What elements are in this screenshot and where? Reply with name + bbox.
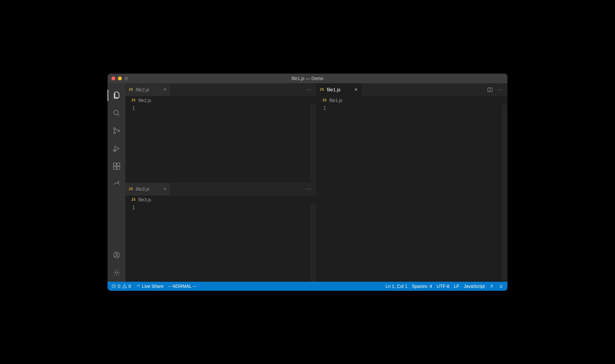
minimap[interactable] (310, 204, 316, 282)
editor-left-column: JS file2.js × ··· JS file2.js (125, 83, 317, 282)
code-content[interactable] (141, 105, 316, 182)
settings-gear-icon[interactable] (108, 264, 125, 282)
svg-point-2 (113, 128, 115, 129)
cursor-position-label: Ln 1, Col 1 (386, 284, 408, 289)
line-number: 1 (125, 106, 135, 111)
eol-label: LF (454, 284, 459, 289)
status-live-share[interactable]: Live Share (136, 284, 164, 289)
tab-actions: ··· (302, 183, 316, 196)
activity-bar (108, 83, 125, 282)
explorer-icon[interactable] (108, 86, 125, 104)
editor-area[interactable]: 1 (317, 105, 508, 282)
svg-rect-8 (113, 167, 116, 169)
tab-filename: file2.js (136, 87, 150, 92)
status-cursor-position[interactable]: Ln 1, Col 1 (386, 284, 408, 289)
line-number-gutter: 1 (125, 105, 141, 182)
line-number: 1 (317, 106, 326, 111)
vscode-window: file1.js — Demo (108, 74, 507, 291)
error-count: 0 (118, 284, 120, 289)
editor-pane-bottom-left: JS file3.js × ··· JS file3.js (125, 182, 316, 282)
split-editor-icon[interactable] (487, 87, 493, 93)
breadcrumb[interactable]: JS file3.js (125, 196, 316, 204)
editor-pane-right: JS file1.js × ··· JS (317, 83, 508, 282)
close-window-button[interactable] (111, 76, 115, 80)
svg-rect-10 (117, 163, 120, 166)
accounts-icon[interactable] (108, 246, 125, 264)
minimize-window-button[interactable] (118, 76, 122, 80)
tab-filename: file3.js (136, 186, 150, 192)
svg-rect-7 (113, 163, 116, 166)
breadcrumb-filename: file2.js (138, 98, 151, 103)
search-icon[interactable] (108, 104, 125, 122)
status-vim-mode[interactable]: -- NORMAL -- (168, 284, 196, 289)
editor-right-column: JS file1.js × ··· JS (317, 83, 508, 282)
tab-filename: file1.js (327, 87, 341, 92)
svg-line-1 (118, 114, 119, 116)
status-eol[interactable]: LF (454, 284, 459, 289)
tab-actions: ··· (302, 83, 316, 96)
status-notifications-icon[interactable] (499, 284, 504, 288)
minimap[interactable] (310, 105, 316, 182)
breadcrumb[interactable]: JS file2.js (125, 96, 316, 105)
status-encoding[interactable]: UTF-8 (437, 284, 450, 289)
breadcrumb-filename: file1.js (329, 98, 342, 103)
js-file-icon: JS (131, 197, 136, 202)
svg-point-3 (113, 132, 115, 134)
editor-area[interactable]: 1 (125, 204, 316, 282)
tab-file1[interactable]: JS file1.js × (317, 83, 362, 96)
svg-point-12 (116, 253, 118, 255)
editor-pane-top-left: JS file2.js × ··· JS file2.js (125, 83, 316, 182)
code-content[interactable] (141, 204, 316, 282)
js-file-icon: JS (129, 187, 133, 191)
svg-point-21 (491, 285, 493, 286)
window-title: file1.js — Demo (108, 76, 507, 81)
status-errors[interactable]: 0 0 (111, 284, 131, 289)
js-file-icon: JS (320, 87, 324, 92)
live-share-activity-icon[interactable] (108, 175, 125, 193)
close-tab-icon[interactable]: × (354, 87, 358, 93)
indentation-label: Spaces: 4 (412, 284, 432, 289)
line-number: 1 (125, 205, 135, 211)
more-actions-icon[interactable]: ··· (306, 87, 312, 93)
js-file-icon: JS (131, 98, 136, 102)
tab-bar: JS file2.js × ··· (125, 83, 316, 96)
run-debug-icon[interactable] (108, 140, 125, 157)
minimap[interactable] (502, 105, 507, 282)
line-number-gutter: 1 (125, 204, 141, 282)
tab-file3[interactable]: JS file3.js × (125, 183, 171, 196)
tab-actions: ··· (483, 83, 507, 96)
svg-point-4 (118, 130, 119, 131)
svg-rect-9 (117, 167, 120, 169)
source-control-icon[interactable] (108, 122, 125, 140)
breadcrumb-filename: file3.js (138, 197, 151, 202)
close-tab-icon[interactable]: × (163, 186, 167, 192)
js-file-icon: JS (129, 87, 133, 92)
workbench-body: JS file2.js × ··· JS file2.js (108, 83, 507, 282)
language-label: JavaScript (464, 284, 485, 289)
breadcrumb[interactable]: JS file1.js (317, 96, 508, 105)
status-bar: 0 0 Live Share -- NORMAL -- Ln 1, Col 1 … (108, 282, 507, 291)
close-tab-icon[interactable]: × (163, 87, 167, 93)
tab-file2[interactable]: JS file2.js × (125, 83, 171, 96)
svg-point-0 (114, 110, 118, 115)
extensions-icon[interactable] (108, 157, 125, 175)
editor-area[interactable]: 1 (125, 105, 316, 182)
titlebar[interactable]: file1.js — Demo (108, 74, 507, 83)
js-file-icon: JS (322, 98, 327, 102)
warning-count: 0 (129, 284, 131, 289)
live-share-label: Live Share (142, 284, 164, 289)
traffic-lights (108, 76, 128, 80)
encoding-label: UTF-8 (437, 284, 450, 289)
editor-grid: JS file2.js × ··· JS file2.js (125, 83, 507, 282)
tab-bar: JS file1.js × ··· (317, 83, 508, 96)
line-number-gutter: 1 (317, 105, 333, 282)
more-actions-icon[interactable]: ··· (497, 87, 504, 93)
svg-point-13 (116, 272, 118, 274)
code-content[interactable] (333, 105, 508, 282)
status-feedback-icon[interactable] (489, 284, 494, 288)
zoom-window-button[interactable] (124, 76, 128, 80)
status-language[interactable]: JavaScript (464, 284, 485, 289)
vim-mode-label: -- NORMAL -- (168, 284, 196, 289)
more-actions-icon[interactable]: ··· (306, 186, 312, 192)
status-indentation[interactable]: Spaces: 4 (412, 284, 432, 289)
